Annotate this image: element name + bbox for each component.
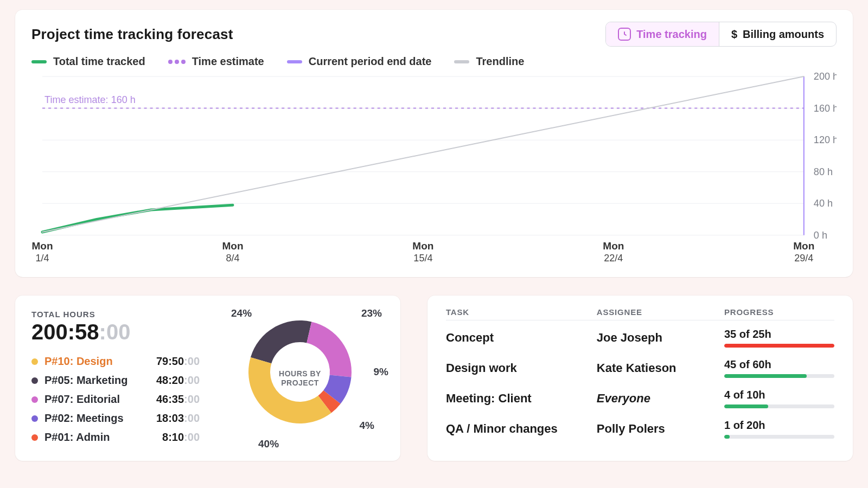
- svg-text:80 h: 80 h: [814, 166, 833, 177]
- project-color-dot: [31, 415, 38, 422]
- col-progress: PROGRESS: [724, 307, 834, 317]
- legend-estimate-swatch: [168, 60, 186, 64]
- forecast-card: Project time tracking forecast Time trac…: [15, 10, 853, 277]
- tab-billing-amounts[interactable]: $ Billing amounts: [719, 22, 836, 46]
- project-color-dot: [31, 434, 38, 441]
- legend-trend-swatch: [454, 60, 469, 63]
- project-color-dot: [31, 358, 38, 365]
- svg-text:Mon: Mon: [793, 240, 814, 252]
- task-row[interactable]: Concept Joe Joseph 35 of 25h: [446, 320, 834, 351]
- project-color-dot: [31, 377, 38, 384]
- donut-label-24: 24%: [231, 307, 252, 319]
- project-time: 18:03:00: [156, 412, 200, 425]
- legend-period-end: Current period end date: [287, 55, 432, 68]
- forecast-chart: 0 h40 h80 h120 h160 h200 hTime estimate:…: [31, 72, 837, 267]
- donut-center-l1: HOURS BY: [279, 369, 321, 378]
- svg-text:1/4: 1/4: [36, 253, 49, 264]
- bottom-row: TOTAL HOURS 200:58:00 P#10: Design 79:50…: [15, 296, 853, 461]
- task-progress: 1 of 20h: [724, 419, 834, 439]
- project-row[interactable]: P#10: Design 79:50:00: [31, 352, 200, 371]
- project-row[interactable]: P#05: Marketing 48:20:00: [31, 371, 200, 390]
- legend-period-swatch: [287, 60, 302, 63]
- project-row[interactable]: P#02: Meetings 18:03:00: [31, 409, 200, 428]
- legend-total-label: Total time tracked: [53, 55, 145, 68]
- task-assignee: Joe Joseph: [597, 331, 724, 345]
- svg-text:120 h: 120 h: [814, 134, 837, 145]
- legend-estimate-label: Time estimate: [192, 55, 264, 68]
- svg-text:Mon: Mon: [222, 240, 243, 252]
- project-time: 46:35:00: [156, 393, 200, 406]
- svg-text:160 h: 160 h: [814, 103, 837, 114]
- svg-text:40 h: 40 h: [814, 198, 833, 209]
- task-name: QA / Minor changes: [446, 422, 597, 436]
- task-assignee: Everyone: [597, 391, 724, 406]
- chart-legend: Total time tracked Time estimate Current…: [31, 55, 837, 68]
- task-progress-text: 45 of 60h: [724, 358, 834, 371]
- legend-period-label: Current period end date: [309, 55, 432, 68]
- progress-bar: [724, 374, 834, 378]
- clock-icon: [618, 28, 631, 41]
- dollar-icon: $: [731, 28, 737, 41]
- tab-time-tracking-label: Time tracking: [636, 28, 707, 41]
- svg-text:15/4: 15/4: [413, 253, 432, 264]
- progress-bar: [724, 344, 834, 348]
- progress-bar: [724, 435, 834, 439]
- project-row[interactable]: P#07: Editorial 46:35:00: [31, 390, 200, 409]
- svg-text:0 h: 0 h: [814, 230, 827, 241]
- task-progress-text: 4 of 10h: [724, 389, 834, 401]
- task-row[interactable]: Design work Kate Katieson 45 of 60h: [446, 351, 834, 381]
- forecast-header: Project time tracking forecast Time trac…: [31, 22, 837, 47]
- task-name: Meeting: Client: [446, 391, 597, 406]
- project-color-dot: [31, 396, 38, 403]
- svg-text:29/4: 29/4: [794, 253, 813, 264]
- total-hours-main: 200:58: [31, 320, 99, 344]
- legend-total: Total time tracked: [31, 55, 145, 68]
- project-label: P#02: Meetings: [44, 412, 124, 425]
- task-progress: 4 of 10h: [724, 389, 834, 408]
- col-task: TASK: [446, 307, 597, 317]
- donut-center-label: HOURS BY PROJECT: [279, 369, 321, 388]
- task-row[interactable]: Meeting: Client Everyone 4 of 10h: [446, 381, 834, 412]
- tab-time-tracking[interactable]: Time tracking: [606, 22, 719, 46]
- project-time: 79:50:00: [156, 355, 200, 368]
- legend-trend-label: Trendline: [476, 55, 524, 68]
- task-name: Design work: [446, 361, 597, 375]
- project-label: P#05: Marketing: [44, 374, 127, 387]
- svg-text:Mon: Mon: [603, 240, 624, 252]
- svg-text:200 h: 200 h: [814, 72, 837, 82]
- svg-text:Time estimate: 160 h: Time estimate: 160 h: [44, 94, 136, 105]
- task-assignee: Kate Katieson: [597, 361, 724, 375]
- task-name: Concept: [446, 331, 597, 345]
- progress-fill: [724, 435, 730, 439]
- total-hours-card: TOTAL HOURS 200:58:00 P#10: Design 79:50…: [15, 296, 400, 461]
- legend-estimate: Time estimate: [168, 55, 264, 68]
- legend-trendline: Trendline: [454, 55, 524, 68]
- total-hours-title: TOTAL HOURS: [31, 310, 200, 319]
- task-progress-text: 35 of 25h: [724, 328, 834, 341]
- donut-label-4: 4%: [360, 420, 374, 432]
- donut-center-l2: PROJECT: [279, 378, 321, 388]
- svg-text:22/4: 22/4: [604, 253, 623, 264]
- hours-donut: HOURS BY PROJECT 24% 23% 9% 4% 40%: [216, 310, 384, 447]
- total-hours-value: 200:58:00: [31, 320, 200, 344]
- hours-list: TOTAL HOURS 200:58:00 P#10: Design 79:50…: [31, 310, 200, 447]
- svg-text:Mon: Mon: [31, 240, 53, 252]
- tasks-header: TASK ASSIGNEE PROGRESS: [446, 307, 834, 320]
- task-progress-text: 1 of 20h: [724, 419, 834, 432]
- project-row[interactable]: P#01: Admin 8:10:00: [31, 428, 200, 447]
- progress-fill: [724, 374, 807, 378]
- donut-label-40: 40%: [258, 438, 279, 450]
- tasks-card: TASK ASSIGNEE PROGRESS Concept Joe Josep…: [427, 296, 853, 461]
- donut-label-23: 23%: [361, 307, 382, 319]
- project-label: P#07: Editorial: [44, 393, 120, 406]
- total-hours-sec: :00: [99, 320, 131, 344]
- donut-label-9: 9%: [374, 366, 388, 378]
- progress-fill: [724, 404, 768, 408]
- task-row[interactable]: QA / Minor changes Polly Polers 1 of 20h: [446, 412, 834, 442]
- progress-bar: [724, 404, 834, 408]
- project-time: 48:20:00: [156, 374, 200, 387]
- task-progress: 35 of 25h: [724, 328, 834, 348]
- page-title: Project time tracking forecast: [31, 26, 233, 43]
- svg-text:8/4: 8/4: [226, 253, 239, 264]
- progress-fill: [724, 344, 834, 348]
